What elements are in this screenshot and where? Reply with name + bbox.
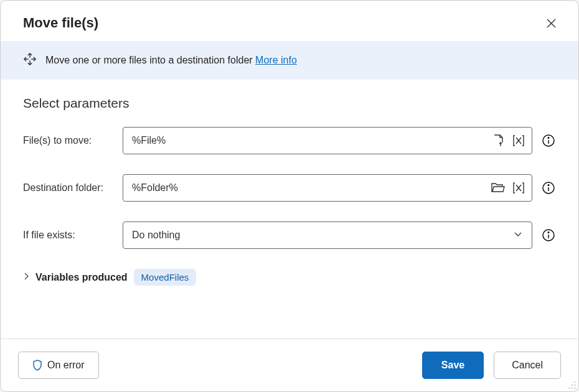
files-to-move-label: File(s) to move: (23, 135, 123, 146)
svg-point-11 (548, 185, 549, 186)
variables-produced-label: Variables produced (35, 272, 128, 283)
save-label: Save (441, 360, 464, 371)
svg-point-15 (575, 381, 576, 383)
dialog-header: Move file(s) (1, 1, 578, 41)
move-files-dialog: Move file(s) Move one or more files into… (0, 0, 579, 392)
dialog-footer: On error Save Cancel (1, 338, 578, 391)
folder-picker-button[interactable] (491, 182, 505, 194)
save-button[interactable]: Save (422, 352, 484, 379)
shield-icon (32, 360, 42, 371)
svg-point-16 (572, 385, 573, 386)
destination-folder-row: Destination folder: (23, 174, 556, 202)
info-icon (542, 228, 555, 242)
folder-icon (491, 182, 505, 194)
variable-icon (511, 182, 526, 194)
section-heading: Select parameters (23, 96, 556, 111)
svg-point-6 (548, 138, 549, 139)
file-picker-icon (492, 134, 505, 147)
info-icon (542, 134, 555, 147)
svg-point-14 (548, 232, 549, 233)
on-error-label: On error (47, 360, 85, 371)
svg-point-19 (572, 388, 573, 389)
chevron-down-icon (513, 229, 523, 241)
close-button[interactable] (542, 14, 560, 32)
more-info-link[interactable]: More info (255, 55, 297, 65)
resize-grip-icon[interactable] (568, 381, 577, 390)
svg-point-17 (575, 385, 576, 386)
move-arrows-icon (23, 52, 37, 68)
variables-produced-row[interactable]: Variables produced MovedFiles (23, 269, 556, 286)
file-picker-button[interactable] (492, 134, 505, 147)
files-to-move-row: File(s) to move: (23, 127, 556, 154)
info-banner: Move one or more files into a destinatio… (1, 41, 578, 80)
on-error-button[interactable]: On error (18, 352, 99, 379)
if-file-exists-label: If file exists: (23, 230, 123, 241)
dialog-content: Select parameters File(s) to move: (1, 80, 578, 338)
if-file-exists-value: Do nothing (132, 230, 180, 241)
banner-text-content: Move one or more files into a destinatio… (45, 55, 255, 65)
if-file-exists-select[interactable]: Do nothing (123, 222, 532, 249)
files-to-move-input[interactable] (123, 127, 532, 154)
variable-chip[interactable]: MovedFiles (134, 269, 197, 286)
cancel-label: Cancel (512, 360, 543, 371)
variable-icon (511, 134, 526, 147)
svg-point-18 (568, 388, 570, 389)
destination-info-button[interactable] (541, 180, 556, 195)
info-icon (542, 181, 555, 195)
destination-folder-label: Destination folder: (23, 182, 123, 194)
banner-text: Move one or more files into a destinatio… (45, 55, 297, 66)
dialog-title: Move file(s) (23, 15, 98, 31)
if-exists-info-button[interactable] (541, 228, 556, 243)
svg-point-20 (575, 388, 576, 389)
destination-folder-input[interactable] (123, 174, 532, 202)
close-icon (547, 19, 556, 28)
if-file-exists-row: If file exists: Do nothing (23, 222, 556, 249)
cancel-button[interactable]: Cancel (494, 352, 561, 379)
chevron-right-icon (23, 273, 29, 282)
variable-picker-button[interactable] (511, 134, 526, 147)
variable-picker-button-2[interactable] (511, 182, 526, 194)
files-info-button[interactable] (541, 133, 556, 148)
